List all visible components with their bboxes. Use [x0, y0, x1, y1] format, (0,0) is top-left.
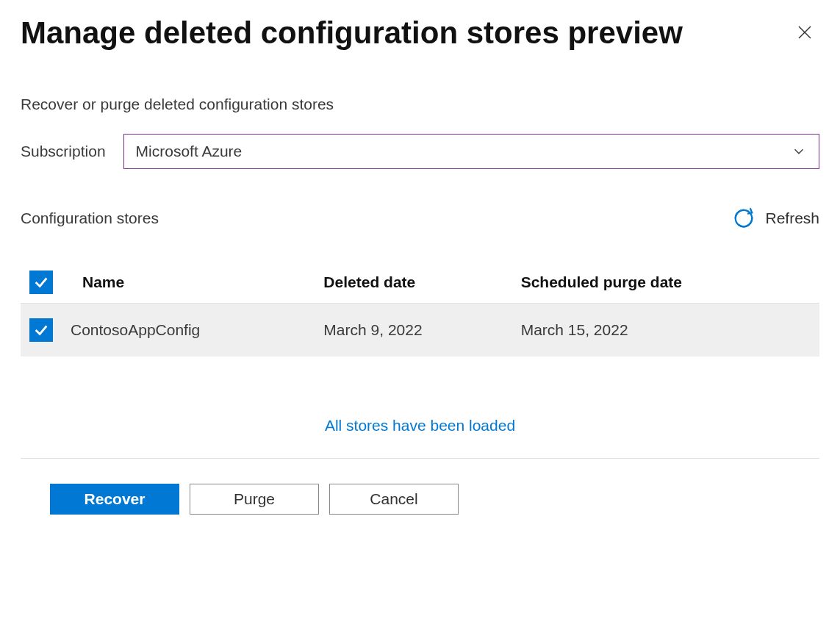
cancel-button[interactable]: Cancel [329, 484, 459, 515]
header-purge-date[interactable]: Scheduled purge date [514, 262, 819, 304]
close-icon [796, 24, 814, 41]
table-row[interactable]: ContosoAppConfig March 9, 2022 March 15,… [21, 304, 819, 357]
refresh-icon [733, 207, 755, 229]
cell-deleted-date: March 9, 2022 [316, 304, 513, 357]
section-label: Configuration stores [21, 210, 159, 227]
divider [21, 458, 819, 459]
refresh-button[interactable]: Refresh [733, 207, 819, 229]
check-icon [33, 274, 49, 290]
subscription-value: Microsoft Azure [136, 143, 243, 160]
stores-table: Name Deleted date Scheduled purge date C… [21, 262, 819, 357]
close-button[interactable] [790, 18, 819, 47]
refresh-label: Refresh [765, 210, 819, 227]
cell-name: ContosoAppConfig [60, 304, 316, 357]
recover-button[interactable]: Recover [50, 484, 179, 515]
header-name[interactable]: Name [60, 262, 316, 304]
chevron-down-icon [791, 143, 807, 160]
cell-purge-date: March 15, 2022 [514, 304, 819, 357]
row-checkbox[interactable] [29, 318, 53, 342]
check-icon [33, 322, 49, 338]
purge-button[interactable]: Purge [190, 484, 319, 515]
select-all-checkbox[interactable] [29, 271, 53, 294]
subscription-select[interactable]: Microsoft Azure [123, 134, 819, 169]
subscription-label: Subscription [21, 143, 106, 160]
page-subtitle: Recover or purge deleted configuration s… [21, 96, 819, 113]
header-deleted-date[interactable]: Deleted date [316, 262, 513, 304]
action-button-row: Recover Purge Cancel [21, 484, 819, 515]
table-header-row: Name Deleted date Scheduled purge date [21, 262, 819, 304]
page-title: Manage deleted configuration stores prev… [21, 15, 683, 51]
status-text: All stores have been loaded [21, 417, 819, 434]
